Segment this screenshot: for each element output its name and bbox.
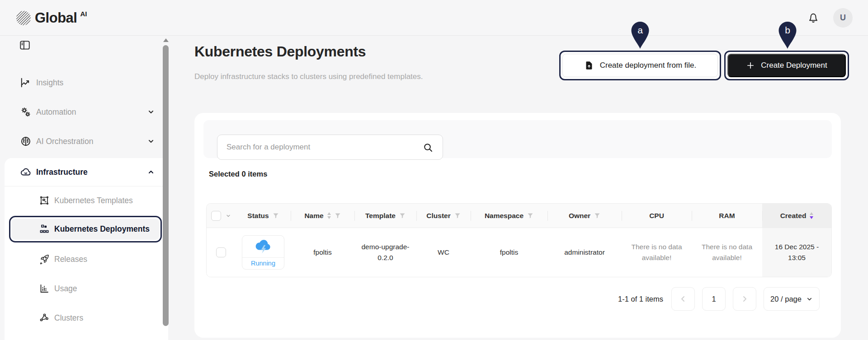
- deployments-card: Selected 0 items Status Name: [194, 113, 841, 338]
- pagination: 1-1 of 1 items 1 20 / page: [618, 287, 820, 311]
- brand-name: Global: [35, 9, 77, 26]
- column-label: Created: [780, 212, 807, 220]
- cluster-cell: WC: [416, 228, 471, 277]
- filter-funnel-icon[interactable]: [399, 213, 406, 219]
- search-box: [217, 135, 443, 160]
- page-size-select[interactable]: 20 / page: [764, 287, 820, 311]
- page-title: Kubernetes Deployments: [194, 43, 366, 60]
- filter-funnel-icon[interactable]: [335, 213, 341, 219]
- chevron-right-icon: [741, 295, 748, 303]
- page-number-button[interactable]: 1: [702, 287, 726, 311]
- filter-funnel-icon[interactable]: [594, 213, 600, 219]
- gears-icon: [20, 106, 32, 118]
- filter-funnel-icon[interactable]: [527, 213, 533, 219]
- avatar-initial: U: [840, 13, 846, 23]
- sidebar-item-ai-orchestration[interactable]: AI Orchestration: [0, 131, 162, 152]
- select-menu-chevron-icon[interactable]: [226, 213, 231, 219]
- column-header-namespace[interactable]: Namespace: [471, 204, 547, 228]
- button-label: Create deployment from file.: [600, 61, 697, 70]
- column-label: Namespace: [485, 212, 524, 220]
- create-deployment-from-file-button[interactable]: Create deployment from file.: [562, 54, 718, 77]
- brain-icon: [20, 135, 32, 147]
- sort-icons[interactable]: [327, 212, 331, 219]
- sidebar-item-releases[interactable]: Releases: [0, 249, 162, 270]
- cpu-cell: There is no data available!: [622, 228, 692, 277]
- column-header-template[interactable]: Template: [354, 204, 416, 228]
- column-header-cpu[interactable]: CPU: [622, 204, 692, 228]
- page-subtitle: Deploy infrastructure stacks to clusters…: [194, 72, 423, 81]
- column-header-created[interactable]: Created: [762, 204, 831, 228]
- squares-cluster-icon: [39, 224, 50, 234]
- network-triangle-icon: [39, 312, 50, 323]
- sort-icons[interactable]: [810, 212, 813, 219]
- select-all-checkbox[interactable]: [211, 211, 221, 221]
- column-label: RAM: [719, 212, 735, 220]
- sidebar-item-kubernetes-deployments[interactable]: Kubernetes Deployments: [0, 219, 162, 239]
- sidebar-item-label: Kubernetes Deployments: [54, 224, 150, 234]
- status-tile[interactable]: Running: [242, 235, 284, 270]
- sidebar-item-label: Automation: [36, 107, 76, 117]
- ram-cell: There is no data available!: [692, 228, 762, 277]
- sidebar-item-label: Clusters: [54, 313, 83, 323]
- name-cell: fpoltis: [291, 228, 354, 277]
- column-header-name[interactable]: Name: [291, 204, 354, 228]
- column-header-ram[interactable]: RAM: [692, 204, 762, 228]
- create-deployment-button[interactable]: Create Deployment: [727, 54, 846, 77]
- bar-chart-icon: [39, 283, 50, 294]
- sidebar-scrollbar-thumb[interactable]: [163, 45, 169, 326]
- column-header-status[interactable]: Status: [236, 204, 291, 228]
- button-label: Create Deployment: [761, 61, 827, 70]
- sidebar-item-label: Kubernetes Templates: [54, 196, 133, 205]
- rocket-icon: [39, 254, 50, 265]
- sidebar-item-usage[interactable]: Usage: [0, 278, 162, 299]
- row-checkbox-cell: [207, 228, 236, 277]
- namespace-cell: fpoltis: [471, 228, 547, 277]
- column-header-owner[interactable]: Owner: [547, 204, 622, 228]
- sidebar-item-automation[interactable]: Automation: [0, 102, 162, 122]
- filter-funnel-icon[interactable]: [454, 213, 461, 219]
- filter-funnel-icon[interactable]: [273, 213, 279, 219]
- header-checkbox-cell: [207, 204, 236, 228]
- created-cell: 16 Dec 2025 - 13:05: [762, 228, 831, 277]
- status-cell: Running: [236, 228, 291, 277]
- sidebar-item-label: AI Orchestration: [36, 137, 93, 146]
- sidebar-item-clusters[interactable]: Clusters: [0, 307, 162, 328]
- search-input[interactable]: [226, 135, 416, 159]
- template-cell: demo-upgrade-0.2.0: [354, 228, 416, 277]
- template-frame-icon: [39, 195, 50, 206]
- selected-count-text: Selected 0 items: [209, 170, 267, 178]
- chevron-down-icon: [147, 108, 155, 116]
- table-row[interactable]: Running fpoltis demo-upgrade-0.2.0 WC fp…: [207, 228, 831, 277]
- column-label: Owner: [569, 212, 590, 220]
- brand-mark-icon: [15, 9, 32, 26]
- sidebar-item-kubernetes-templates[interactable]: Kubernetes Templates: [0, 190, 162, 211]
- brand-logo: Global AI: [15, 9, 87, 26]
- owner-cell: administrator: [547, 228, 622, 277]
- sidebar-item-insights[interactable]: Insights: [0, 72, 162, 93]
- status-label: Running: [242, 258, 284, 269]
- notifications-bell-icon[interactable]: [807, 11, 820, 25]
- app-window: Global AI U Insig: [0, 0, 868, 340]
- row-checkbox[interactable]: [216, 247, 226, 257]
- column-header-cluster[interactable]: Cluster: [416, 204, 471, 228]
- sidebar-item-label: Infrastructure: [36, 168, 88, 177]
- sidebar-item-infrastructure[interactable]: Infrastructure: [0, 162, 162, 182]
- search-icon[interactable]: [423, 142, 434, 153]
- sidebar-item-label: Releases: [54, 255, 87, 264]
- annotation-ring-b: Create Deployment: [724, 51, 849, 80]
- sidebar: Insights Automation AI O: [0, 36, 168, 340]
- sidebar-collapse-icon[interactable]: [19, 39, 31, 51]
- chart-line-icon: [20, 77, 32, 88]
- annotation-pin-a: a: [630, 21, 650, 50]
- user-avatar[interactable]: U: [833, 8, 853, 28]
- column-label: CPU: [649, 212, 664, 220]
- table-header-row: Status Name Template: [207, 204, 831, 228]
- file-upload-icon: [584, 61, 594, 70]
- chevron-left-icon: [679, 295, 687, 303]
- next-page-button[interactable]: [733, 287, 756, 311]
- filter-bar: [203, 120, 832, 158]
- annotation-letter: a: [630, 25, 650, 36]
- chevron-down-icon: [147, 138, 155, 145]
- previous-page-button[interactable]: [671, 287, 695, 311]
- sidebar-scrollbar-up-arrow[interactable]: [163, 38, 169, 42]
